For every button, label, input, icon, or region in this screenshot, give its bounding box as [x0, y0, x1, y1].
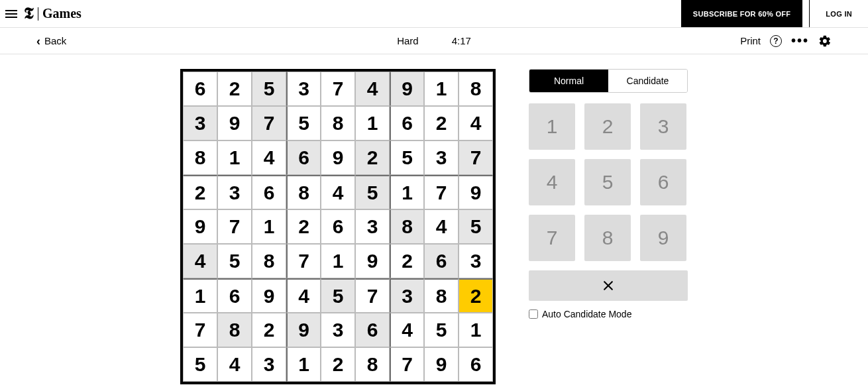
cell-4-7[interactable]: 4 [424, 209, 459, 244]
cell-8-7[interactable]: 9 [424, 347, 459, 382]
cell-1-3[interactable]: 5 [286, 106, 321, 140]
cell-8-6[interactable]: 7 [390, 347, 424, 382]
key-1[interactable]: 1 [529, 103, 575, 150]
key-7[interactable]: 7 [529, 215, 575, 261]
cell-7-8[interactable]: 1 [459, 313, 493, 347]
auto-candidate-row[interactable]: Auto Candidate Mode [529, 309, 688, 319]
auto-candidate-checkbox[interactable] [529, 309, 538, 319]
cell-6-8[interactable]: 2 [459, 278, 493, 313]
brand-logo[interactable]: 𝕿 Games [24, 5, 81, 23]
cell-7-4[interactable]: 3 [321, 313, 355, 347]
back-button[interactable]: ‹ Back [36, 35, 66, 47]
help-icon[interactable]: ? [770, 35, 782, 47]
cell-3-0[interactable]: 2 [183, 175, 217, 209]
cell-3-6[interactable]: 1 [390, 175, 424, 209]
settings-icon[interactable] [818, 34, 832, 48]
cell-0-8[interactable]: 8 [459, 72, 493, 106]
cell-7-3[interactable]: 9 [286, 313, 321, 347]
cell-1-5[interactable]: 1 [355, 106, 390, 140]
cell-5-8[interactable]: 3 [459, 244, 493, 278]
hamburger-icon[interactable] [5, 8, 17, 20]
subscribe-button[interactable]: SUBSCRIBE FOR 60% OFF [681, 0, 802, 27]
cell-8-5[interactable]: 8 [355, 347, 390, 382]
cell-8-4[interactable]: 2 [321, 347, 355, 382]
cell-6-4[interactable]: 5 [321, 278, 355, 313]
cell-7-7[interactable]: 5 [424, 313, 459, 347]
cell-6-6[interactable]: 3 [390, 278, 424, 313]
cell-3-1[interactable]: 3 [217, 175, 252, 209]
cell-2-0[interactable]: 8 [183, 140, 217, 175]
cell-0-2[interactable]: 5 [252, 72, 286, 106]
print-button[interactable]: Print [740, 35, 761, 46]
erase-button[interactable] [529, 270, 688, 301]
cell-5-3[interactable]: 7 [286, 244, 321, 278]
cell-2-8[interactable]: 7 [459, 140, 493, 175]
cell-2-5[interactable]: 2 [355, 140, 390, 175]
cell-1-6[interactable]: 6 [390, 106, 424, 140]
key-4[interactable]: 4 [529, 159, 575, 205]
cell-3-8[interactable]: 9 [459, 175, 493, 209]
mode-normal-button[interactable]: Normal [529, 70, 608, 92]
cell-8-8[interactable]: 6 [459, 347, 493, 382]
cell-5-4[interactable]: 1 [321, 244, 355, 278]
key-5[interactable]: 5 [584, 159, 631, 205]
cell-4-8[interactable]: 5 [459, 209, 493, 244]
cell-7-1[interactable]: 8 [217, 313, 252, 347]
more-icon[interactable]: ••• [791, 33, 809, 48]
cell-6-0[interactable]: 1 [183, 278, 217, 313]
cell-5-0[interactable]: 4 [183, 244, 217, 278]
cell-4-1[interactable]: 7 [217, 209, 252, 244]
cell-3-2[interactable]: 6 [252, 175, 286, 209]
cell-7-6[interactable]: 4 [390, 313, 424, 347]
login-button[interactable]: LOG IN [809, 0, 868, 27]
key-2[interactable]: 2 [584, 103, 631, 150]
cell-4-5[interactable]: 3 [355, 209, 390, 244]
cell-0-1[interactable]: 2 [217, 72, 252, 106]
cell-5-2[interactable]: 8 [252, 244, 286, 278]
cell-3-5[interactable]: 5 [355, 175, 390, 209]
cell-6-7[interactable]: 8 [424, 278, 459, 313]
key-6[interactable]: 6 [640, 159, 686, 205]
key-3[interactable]: 3 [640, 103, 686, 150]
cell-0-3[interactable]: 3 [286, 72, 321, 106]
cell-2-6[interactable]: 5 [390, 140, 424, 175]
cell-1-1[interactable]: 9 [217, 106, 252, 140]
cell-2-2[interactable]: 4 [252, 140, 286, 175]
cell-0-0[interactable]: 6 [183, 72, 217, 106]
cell-7-5[interactable]: 6 [355, 313, 390, 347]
cell-7-0[interactable]: 7 [183, 313, 217, 347]
cell-0-6[interactable]: 9 [390, 72, 424, 106]
cell-2-1[interactable]: 1 [217, 140, 252, 175]
cell-1-4[interactable]: 8 [321, 106, 355, 140]
cell-6-3[interactable]: 4 [286, 278, 321, 313]
cell-5-5[interactable]: 9 [355, 244, 390, 278]
cell-0-4[interactable]: 7 [321, 72, 355, 106]
cell-6-1[interactable]: 6 [217, 278, 252, 313]
cell-4-4[interactable]: 6 [321, 209, 355, 244]
cell-4-6[interactable]: 8 [390, 209, 424, 244]
cell-0-7[interactable]: 1 [424, 72, 459, 106]
key-8[interactable]: 8 [584, 215, 631, 261]
cell-2-4[interactable]: 9 [321, 140, 355, 175]
mode-candidate-button[interactable]: Candidate [608, 70, 687, 92]
cell-6-5[interactable]: 7 [355, 278, 390, 313]
cell-2-3[interactable]: 6 [286, 140, 321, 175]
cell-4-0[interactable]: 9 [183, 209, 217, 244]
cell-4-3[interactable]: 2 [286, 209, 321, 244]
cell-6-2[interactable]: 9 [252, 278, 286, 313]
cell-1-0[interactable]: 3 [183, 106, 217, 140]
cell-8-3[interactable]: 1 [286, 347, 321, 382]
cell-8-0[interactable]: 5 [183, 347, 217, 382]
cell-2-7[interactable]: 3 [424, 140, 459, 175]
key-9[interactable]: 9 [640, 215, 686, 261]
cell-5-6[interactable]: 2 [390, 244, 424, 278]
cell-5-1[interactable]: 5 [217, 244, 252, 278]
cell-7-2[interactable]: 2 [252, 313, 286, 347]
cell-5-7[interactable]: 6 [424, 244, 459, 278]
cell-8-1[interactable]: 4 [217, 347, 252, 382]
cell-4-2[interactable]: 1 [252, 209, 286, 244]
cell-1-7[interactable]: 2 [424, 106, 459, 140]
cell-8-2[interactable]: 3 [252, 347, 286, 382]
cell-3-7[interactable]: 7 [424, 175, 459, 209]
cell-1-8[interactable]: 4 [459, 106, 493, 140]
